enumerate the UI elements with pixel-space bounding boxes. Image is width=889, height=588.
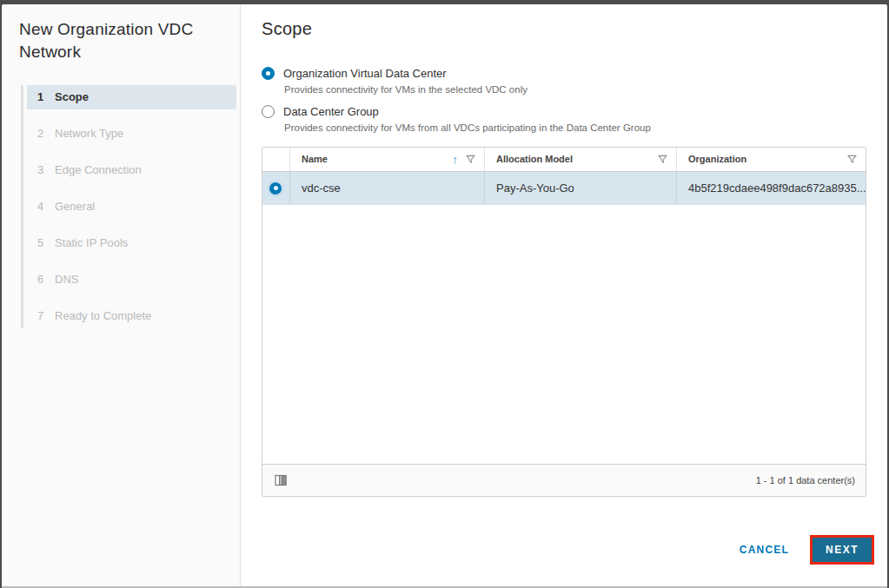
step-number: 2 <box>37 122 55 146</box>
new-org-vdc-network-dialog: New Organization VDC Network 1 Scope 2 N… <box>2 4 887 588</box>
step-label: Edge Connection <box>55 158 142 182</box>
scope-radio-group: Organization Virtual Data Center Provide… <box>262 67 869 135</box>
radio-unselected-icon[interactable] <box>262 105 275 118</box>
next-button[interactable]: NEXT <box>813 538 872 562</box>
cell-allocation-model: Pay-As-You-Go <box>484 172 676 205</box>
sidebar-step-static-ip-pools[interactable]: 5 Static IP Pools <box>27 231 236 255</box>
step-label: Network Type <box>55 122 123 146</box>
sidebar-step-general[interactable]: 4 General <box>27 195 236 219</box>
radio-option-org-vdc: Organization Virtual Data Center Provide… <box>262 67 869 96</box>
filter-icon[interactable] <box>466 155 475 164</box>
columns-icon <box>275 474 287 486</box>
row-select-cell <box>262 172 289 205</box>
sidebar-step-network-type[interactable]: 2 Network Type <box>27 122 236 146</box>
cell-name: vdc-cse <box>289 172 484 205</box>
wizard-step-list: 1 Scope 2 Network Type 3 Edge Connection… <box>21 85 236 328</box>
column-settings-button[interactable] <box>273 472 289 488</box>
cancel-button[interactable]: CANCEL <box>740 544 789 556</box>
radio-dc-group[interactable]: Data Center Group <box>262 105 869 118</box>
sidebar-step-edge-connection[interactable]: 3 Edge Connection <box>27 158 236 182</box>
filter-icon[interactable] <box>658 155 667 164</box>
column-label: Allocation Model <box>496 154 658 164</box>
radio-description: Provides connectivity for VMs in the sel… <box>284 83 869 96</box>
column-header-name[interactable]: Name ↑ <box>289 148 484 171</box>
wizard-sidebar: New Organization VDC Network 1 Scope 2 N… <box>2 4 241 586</box>
step-label: Static IP Pools <box>55 231 128 255</box>
filter-icon[interactable] <box>847 155 857 164</box>
step-number: 1 <box>37 85 55 109</box>
vdc-datagrid: Name ↑ Allocation Model Organization <box>262 147 866 497</box>
column-label: Organization <box>688 154 847 164</box>
header-select-column <box>262 148 289 171</box>
cell-organization: 4b5f219cdaee498f9dac672a8935... <box>676 172 866 205</box>
radio-selected-icon[interactable] <box>262 67 275 80</box>
row-radio-selected-icon[interactable] <box>269 182 282 195</box>
datagrid-footer: 1 - 1 of 1 data center(s) <box>262 464 866 496</box>
column-label: Name <box>302 154 453 164</box>
radio-org-vdc[interactable]: Organization Virtual Data Center <box>262 67 869 80</box>
sidebar-step-ready-to-complete[interactable]: 7 Ready to Complete <box>27 304 236 328</box>
table-row[interactable]: vdc-cse Pay-As-You-Go 4b5f219cdaee498f9d… <box>262 172 866 205</box>
sort-ascending-icon: ↑ <box>453 153 459 166</box>
dialog-actions: CANCEL NEXT <box>262 535 874 565</box>
dialog-title: New Organization VDC Network <box>19 18 226 63</box>
radio-description: Provides connectivity for VMs from all V… <box>284 122 869 135</box>
radio-label: Organization Virtual Data Center <box>283 67 447 80</box>
pagination-text: 1 - 1 of 1 data center(s) <box>756 475 855 486</box>
step-label: Scope <box>55 85 89 109</box>
annotation-highlight: NEXT <box>810 535 874 565</box>
step-number: 6 <box>37 268 55 292</box>
step-number: 7 <box>37 304 55 328</box>
step-number: 4 <box>37 195 55 219</box>
sidebar-step-scope[interactable]: 1 Scope <box>27 85 236 109</box>
step-label: Ready to Complete <box>55 304 151 328</box>
radio-label: Data Center Group <box>283 105 379 118</box>
step-label: DNS <box>55 268 78 292</box>
step-number: 5 <box>37 231 55 255</box>
column-header-allocation-model[interactable]: Allocation Model <box>484 148 676 171</box>
column-header-organization[interactable]: Organization <box>676 148 866 171</box>
wizard-content: Scope Organization Virtual Data Center P… <box>241 4 887 586</box>
datagrid-empty-area <box>262 205 866 464</box>
step-number: 3 <box>37 158 55 182</box>
step-label: General <box>55 195 95 219</box>
radio-option-dc-group: Data Center Group Provides connectivity … <box>262 105 869 135</box>
datagrid-header: Name ↑ Allocation Model Organization <box>262 148 866 172</box>
sidebar-step-dns[interactable]: 6 DNS <box>27 268 236 292</box>
page-title: Scope <box>262 19 869 39</box>
